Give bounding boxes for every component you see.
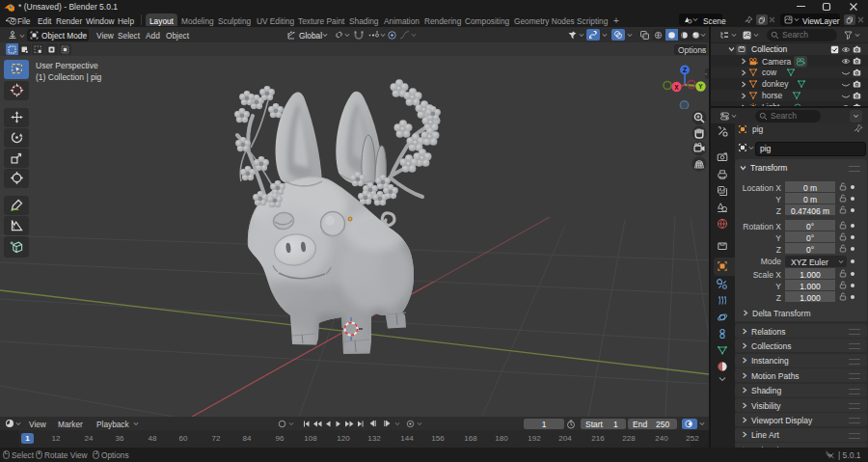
svg-text:Y: Y: [698, 83, 703, 90]
svg-text:X: X: [674, 84, 679, 91]
svg-text:Z: Z: [683, 67, 687, 73]
